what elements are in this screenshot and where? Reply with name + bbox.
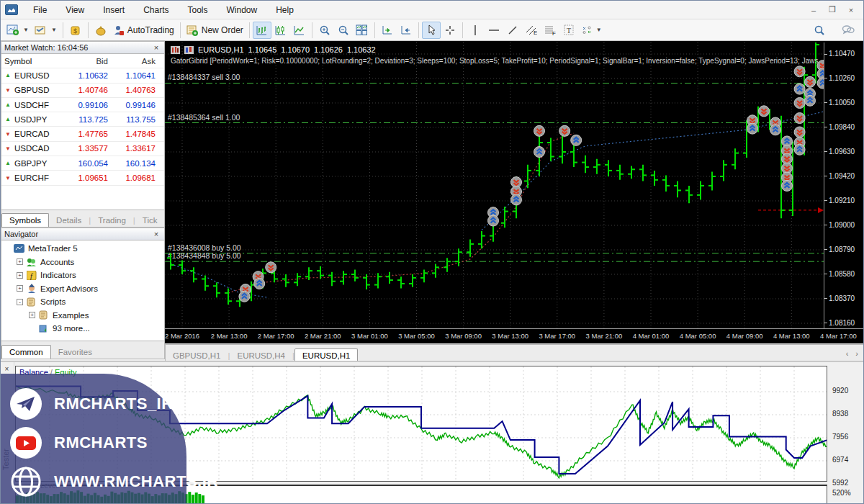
table-row-EURUSD[interactable]: ▲EURUSD1.106321.10641 — [1, 68, 164, 83]
table-row-EURCHF[interactable]: ▼EURCHF1.096511.09681 — [1, 171, 164, 185]
market-watch-close-icon[interactable]: × — [151, 43, 161, 52]
price-chart-canvas[interactable]: #138484337 sell 3.00#138485364 sell 1.00… — [165, 42, 824, 328]
tab-favorites[interactable]: Favorites — [51, 346, 99, 359]
menu-view[interactable]: View — [56, 2, 94, 18]
market-watch-header-row: SymbolBidAsk — [1, 54, 164, 68]
column-symbol[interactable]: Symbol — [1, 57, 65, 66]
zoom-in-button[interactable] — [315, 22, 334, 39]
cursor-button[interactable] — [422, 22, 441, 39]
tab-scroll-left-icon[interactable]: ‹ — [846, 349, 849, 358]
profiles-button[interactable]: ▼ — [32, 22, 60, 39]
menu-window[interactable]: Window — [217, 2, 267, 18]
strategy-tester-panel: × Tester Balance / Equity Level 99208938… — [1, 361, 864, 504]
navigator-close-icon[interactable]: × — [151, 230, 161, 238]
table-row-USDCAD[interactable]: ▼USDCAD1.335771.33617 — [1, 142, 164, 156]
new-order-button[interactable]: New Order — [184, 22, 246, 39]
auto-scroll-button[interactable] — [378, 22, 397, 39]
sidebar-item-indicators[interactable]: +fIndicators — [1, 269, 164, 282]
restore-button[interactable]: ❒ — [823, 4, 842, 17]
candles-icon — [274, 24, 287, 36]
youtube-icon — [9, 426, 42, 459]
price-axis-label: 1.08370 — [824, 294, 864, 302]
table-row-USDCHF[interactable]: ▲USDCHF0.991060.99146 — [1, 98, 164, 112]
algo-trading-button[interactable] — [91, 22, 110, 39]
menu-insert[interactable]: Insert — [94, 2, 134, 18]
menu-charts[interactable]: Charts — [134, 2, 178, 18]
buy-trade-marker — [794, 144, 805, 155]
tab-scroll-right-icon[interactable]: › — [855, 349, 858, 358]
toolbar-separator — [249, 22, 250, 38]
textico-icon: T — [564, 24, 574, 35]
tab-trading[interactable]: Trading — [91, 214, 133, 227]
sidebar-item-expert-advisors[interactable]: +Expert Advisors — [1, 282, 164, 296]
bar-chart-button[interactable] — [253, 22, 271, 39]
bid-value: 1.10632 — [65, 71, 112, 80]
sidebar-item-accounts[interactable]: +Accounts — [1, 256, 164, 269]
window-controls: – ❒ × — [804, 4, 860, 17]
vline-button[interactable] — [466, 22, 485, 39]
table-row-USDJPY[interactable]: ▲USDJPY113.725113.755 — [1, 112, 164, 127]
zoom-out-button[interactable] — [334, 22, 353, 39]
expand-icon[interactable]: + — [17, 258, 23, 265]
tab-common[interactable]: Common — [1, 345, 51, 359]
symbol-cell: ▲EURUSD — [1, 71, 65, 80]
hline-button[interactable] — [485, 22, 503, 39]
tab-scroll-arrows: ‹› — [846, 349, 858, 358]
bid-value: 160.054 — [65, 159, 112, 168]
cycler-button[interactable]: $ — [66, 22, 85, 39]
navigator-header: Navigator × — [1, 228, 165, 240]
channel-button[interactable]: E — [522, 22, 541, 39]
table-row-GBPUSD[interactable]: ▼GBPUSD1.407461.40763 — [1, 84, 164, 98]
symbol-name: USDCHF — [14, 101, 49, 109]
menu-help[interactable]: Help — [266, 2, 303, 18]
sidebar-item-label: Expert Advisors — [40, 284, 98, 293]
arrow-up-icon: ▲ — [4, 72, 12, 78]
expand-icon[interactable]: + — [17, 272, 23, 279]
collapse-icon[interactable]: - — [17, 299, 23, 305]
price-axis[interactable]: 1.104701.102601.100501.098401.096301.094… — [824, 42, 864, 328]
sidebar-item-93-more-[interactable]: 93 more... — [1, 322, 164, 336]
sidebar-item-metatrader-5[interactable]: MetaTrader 5 — [1, 242, 164, 256]
autotrading-button[interactable]: AutoTrading — [110, 22, 177, 39]
chat-button[interactable] — [839, 22, 858, 39]
trendline-button[interactable] — [503, 22, 522, 39]
tab-details[interactable]: Details — [49, 214, 89, 227]
tab-symbols[interactable]: Symbols — [1, 213, 49, 227]
price-axis-label: 1.09840 — [824, 123, 864, 131]
column-bid[interactable]: Bid — [65, 57, 112, 66]
search-button[interactable] — [810, 22, 829, 39]
chevron-down-icon[interactable]: ▼ — [51, 27, 57, 33]
expand-icon[interactable]: + — [17, 285, 23, 292]
table-row-GBPJPY[interactable]: ▲GBPJPY160.054160.134 — [1, 156, 164, 171]
chart-shift-button[interactable] — [397, 22, 415, 39]
sidebar-item-examples[interactable]: +Examples — [1, 309, 164, 323]
time-axis-label: 3 Mar 13:00 — [492, 332, 528, 340]
chevron-down-icon[interactable]: ▼ — [596, 27, 602, 33]
chart-symbol-period: EURUSD,H1 — [198, 45, 244, 54]
column-ask[interactable]: Ask — [112, 57, 160, 66]
crosshair-button[interactable] — [441, 22, 459, 39]
table-row-EURCAD[interactable]: ▼EURCAD1.477651.47845 — [1, 127, 164, 141]
tile-windows-button[interactable] — [353, 22, 372, 39]
minimize-button[interactable]: – — [804, 4, 823, 17]
new-chart-button[interactable]: ▼ — [4, 22, 32, 39]
expand-icon[interactable]: + — [29, 312, 35, 318]
close-button[interactable]: × — [842, 4, 860, 17]
toolbar-right — [810, 22, 858, 39]
candle-chart-button[interactable] — [271, 22, 290, 39]
time-axis[interactable]: 2 Mar 20162 Mar 13:002 Mar 17:002 Mar 21… — [165, 328, 864, 343]
sidebar-item-scripts[interactable]: -Scripts — [1, 295, 164, 309]
text-button[interactable]: T — [559, 22, 578, 39]
chevron-down-icon[interactable]: ▼ — [23, 27, 29, 33]
ask-value: 160.134 — [112, 159, 160, 168]
menu-file[interactable]: File — [24, 2, 56, 18]
line-chart-button[interactable] — [290, 22, 309, 39]
telegram-icon — [9, 387, 42, 420]
menu-tools[interactable]: Tools — [179, 2, 217, 18]
tab-tick[interactable]: Tick — [135, 214, 165, 227]
fibonacci-button[interactable]: F — [541, 22, 559, 39]
shapes-button[interactable]: ▼ — [578, 22, 605, 39]
trendline-icon — [508, 25, 518, 35]
tester-close-icon[interactable]: × — [2, 364, 12, 374]
price-chart[interactable]: #138484337 sell 3.00#138485364 sell 1.00… — [165, 41, 864, 343]
